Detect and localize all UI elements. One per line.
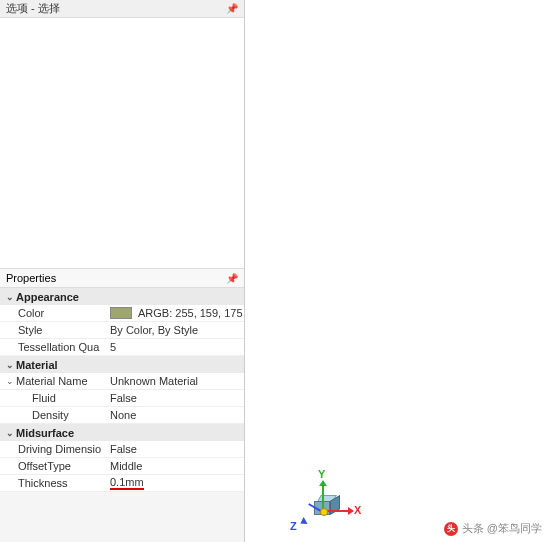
left-panel: 选项 - 选择 📌 Properties 📌 ⌄ Appearance Colo…: [0, 0, 245, 542]
thickness-value: 0.1mm: [110, 476, 144, 490]
properties-title: Properties: [6, 272, 56, 284]
group-midsurface[interactable]: ⌄ Midsurface: [0, 424, 244, 441]
row-driving[interactable]: Driving Dimensio False: [0, 441, 244, 458]
options-title: 选项 - 选择: [6, 1, 60, 16]
y-axis-arrow: [319, 480, 327, 486]
row-density[interactable]: Density None: [0, 407, 244, 424]
watermark-icon: 头: [444, 522, 458, 536]
value[interactable]: False: [106, 443, 244, 455]
label: Density: [0, 409, 106, 421]
group-title: Appearance: [16, 291, 79, 303]
origin-dot: [320, 508, 328, 516]
options-body[interactable]: [0, 18, 244, 268]
value[interactable]: 5: [106, 341, 244, 353]
label: Driving Dimensio: [0, 443, 106, 455]
label: Style: [0, 324, 106, 336]
row-tessellation[interactable]: Tessellation Qua 5: [0, 339, 244, 356]
chevron-down-icon: ⌄: [4, 428, 16, 438]
label: OffsetType: [0, 460, 106, 472]
group-title: Midsurface: [16, 427, 74, 439]
color-swatch: [110, 307, 132, 319]
y-axis-line: [322, 486, 324, 510]
chevron-down-icon: ⌄: [4, 292, 16, 302]
value[interactable]: False: [106, 392, 244, 404]
watermark: 头 头条 @笨鸟同学: [444, 521, 542, 536]
value[interactable]: Unknown Material: [106, 375, 244, 387]
label: Thickness: [0, 477, 106, 489]
label: ⌄Material Name: [0, 375, 106, 387]
group-material[interactable]: ⌄ Material: [0, 356, 244, 373]
row-material-name[interactable]: ⌄Material Name Unknown Material: [0, 373, 244, 390]
value[interactable]: 0.1mm: [106, 476, 244, 490]
value[interactable]: ARGB: 255, 159, 175: [106, 307, 244, 319]
properties-header: Properties 📌: [0, 268, 244, 288]
row-style[interactable]: Style By Color, By Style: [0, 322, 244, 339]
row-color[interactable]: Color ARGB: 255, 159, 175: [0, 305, 244, 322]
value[interactable]: By Color, By Style: [106, 324, 244, 336]
chevron-down-icon: ⌄: [4, 376, 16, 386]
properties-body: ⌄ Appearance Color ARGB: 255, 159, 175 S…: [0, 288, 244, 542]
label: Color: [0, 307, 106, 319]
group-title: Material: [16, 359, 58, 371]
chevron-down-icon: ⌄: [4, 360, 16, 370]
axis-triad[interactable]: Y X Z: [290, 468, 360, 538]
z-axis-label: Z: [290, 520, 297, 532]
options-header: 选项 - 选择 📌: [0, 0, 244, 18]
group-appearance[interactable]: ⌄ Appearance: [0, 288, 244, 305]
row-fluid[interactable]: Fluid False: [0, 390, 244, 407]
watermark-text: 头条 @笨鸟同学: [462, 521, 542, 536]
value[interactable]: Middle: [106, 460, 244, 472]
pin-icon[interactable]: 📌: [226, 273, 238, 284]
x-axis-label: X: [354, 504, 361, 516]
label: Tessellation Qua: [0, 341, 106, 353]
row-offset[interactable]: OffsetType Middle: [0, 458, 244, 475]
label: Fluid: [0, 392, 106, 404]
z-axis-arrow: [298, 517, 307, 527]
viewport-3d[interactable]: Y X Z 头 头条 @笨鸟同学: [245, 0, 552, 542]
pin-icon[interactable]: 📌: [226, 3, 238, 14]
x-axis-line: [326, 510, 350, 512]
row-thickness[interactable]: Thickness 0.1mm: [0, 475, 244, 492]
y-axis-label: Y: [318, 468, 325, 480]
value[interactable]: None: [106, 409, 244, 421]
color-text: ARGB: 255, 159, 175: [138, 307, 243, 319]
